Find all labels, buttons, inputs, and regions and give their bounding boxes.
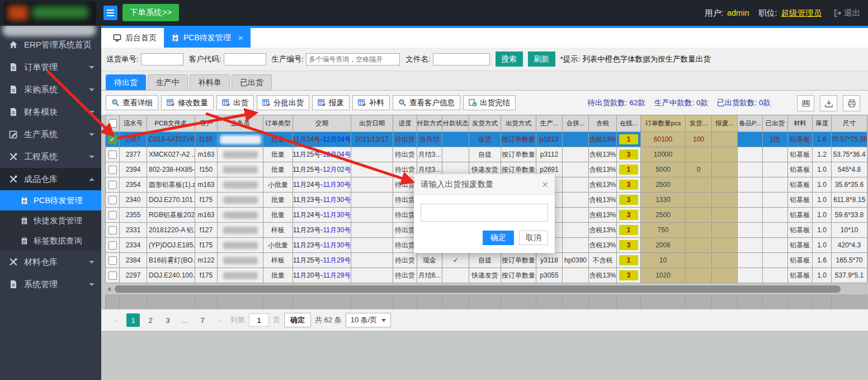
tab-后台首页[interactable]: 后台首页 [106, 28, 164, 48]
tab-PCB待发管理[interactable]: PCB待发管理× [164, 28, 251, 48]
page-button-7[interactable]: 7 [196, 313, 209, 327]
horizontal-scrollbar-thumb[interactable] [115, 285, 841, 293]
toolbar-button-补料[interactable]: 补料 [352, 95, 390, 110]
status-tab-待出货[interactable]: 待出货 [106, 74, 146, 90]
search-button[interactable]: 搜索 [496, 51, 523, 67]
table-row[interactable]: 2297DOJ.E240.100...f175批量11月20号-11月29号待出… [106, 268, 867, 283]
toolbar-button-查看详细[interactable]: 查看详细 [106, 95, 158, 110]
status-tab-补料单[interactable]: 补料单 [190, 74, 230, 90]
page-size-select[interactable]: 10 条/页 [346, 313, 391, 327]
toolbar-button-报废[interactable]: 报废 [312, 95, 350, 110]
sidebar-item-工程系统[interactable]: 工程系统 [0, 146, 101, 168]
delivery-no-input[interactable] [141, 53, 183, 65]
sidebar-subitem-PCB待发管理[interactable]: PCB待发管理 [0, 190, 101, 210]
column-header-尺寸[interactable]: 尺寸 [832, 115, 867, 132]
cell-材料: 铝基板 [788, 238, 813, 253]
column-header-PCB文件名[interactable]: PCB文件名 [147, 115, 195, 132]
column-header-生产...[interactable]: 生产... [536, 115, 563, 132]
column-header-交期[interactable]: 交期 [293, 115, 351, 132]
file-name-input[interactable] [433, 53, 490, 65]
column-header-出货方式[interactable]: 出货方式 [501, 115, 536, 132]
row-checkbox[interactable] [108, 181, 117, 189]
status-tab-生产中[interactable]: 生产中 [148, 74, 188, 90]
printer-button[interactable] [843, 95, 860, 111]
row-checkbox[interactable] [108, 196, 117, 204]
scroll-left-button[interactable] [105, 285, 113, 293]
table-row[interactable]: ✓2367C818-4AT02V0...f135批量11月24号-12月04号2… [106, 132, 867, 147]
column-header-在线...[interactable]: 在线... [617, 115, 641, 132]
sidebar-item-财务模块[interactable]: 财务模块 [0, 101, 101, 123]
row-checkbox[interactable] [108, 211, 117, 219]
column-header-报废...[interactable]: 报废... [712, 115, 738, 132]
row-checkbox[interactable] [108, 226, 117, 234]
column-header-付款方式[interactable]: 付款方式 [417, 115, 442, 132]
sidebar-item-生产系统[interactable]: 生产系统 [0, 123, 101, 146]
sidebar-item-材料仓库[interactable]: 材料仓库 [0, 251, 101, 273]
tab-close-icon[interactable]: × [238, 34, 243, 42]
table-row[interactable]: 2377XMCK027-A2 ...m163批量11月25号-12月04号待出货… [106, 147, 867, 162]
next-page-button[interactable]: › [213, 313, 227, 327]
column-header-发货...[interactable]: 发货... [686, 115, 712, 132]
sidebar-subitem-标签数据查询[interactable]: 标签数据查询 [0, 231, 101, 251]
cell-流水号: 2354 [120, 177, 147, 193]
production-no-input[interactable] [306, 53, 400, 65]
order-system-button[interactable]: 下单系统>> [122, 4, 179, 21]
row-checkbox[interactable] [108, 241, 117, 250]
magnifier-icon [398, 98, 407, 107]
cell-付款状态: ✓ [442, 253, 469, 268]
refresh-button[interactable]: 刷新 [528, 51, 555, 67]
column-header-已出货[interactable]: 已出货 [763, 115, 788, 132]
sidebar-subitem-快捷发货管理[interactable]: 快捷发货管理 [0, 210, 101, 231]
sidebar-item-成品仓库[interactable]: 成品仓库 [0, 168, 101, 190]
column-header-发货方式[interactable]: 发货方式 [469, 115, 501, 132]
goto-page-input[interactable] [249, 313, 269, 327]
row-checkbox[interactable]: ✓ [107, 134, 117, 144]
export-button[interactable] [820, 95, 837, 111]
toolbar-button-分批出货[interactable]: 分批出货 [257, 95, 309, 110]
menu-toggle-button[interactable] [103, 6, 117, 20]
select-all-checkbox[interactable] [108, 119, 117, 128]
goto-confirm-button[interactable]: 确定 [284, 313, 311, 327]
sidebar-item-系统管理[interactable]: 系统管理 [0, 273, 101, 295]
scrap-quantity-input[interactable] [421, 204, 548, 222]
row-checkbox[interactable] [108, 256, 117, 265]
toolbar-button-出货完结[interactable]: 出货完结 [463, 95, 516, 110]
column-header-订单类型[interactable]: 订单类型 [263, 115, 293, 132]
horizontal-scrollbar[interactable] [105, 285, 867, 293]
toolbar-button-查看客户信息[interactable]: 查看客户信息 [393, 95, 460, 110]
row-checkbox[interactable] [108, 271, 117, 280]
column-header-合拼...[interactable]: 合拼... [563, 115, 589, 132]
column-header-流水号[interactable]: 流水号 [120, 115, 147, 132]
column-header-备品P...[interactable]: 备品P... [738, 115, 763, 132]
row-checkbox[interactable] [108, 166, 117, 174]
column-header-订单数量pcs[interactable]: 订单数量pcs [641, 115, 686, 132]
column-header-厚度[interactable]: 厚度 [813, 115, 832, 132]
toolbar-button-修改数量[interactable]: 修改数量 [161, 95, 214, 110]
column-header-含税[interactable]: 含税 [589, 115, 617, 132]
column-header-客户[interactable]: 客户 [195, 115, 218, 132]
toolbar-button-出货[interactable]: 出货 [216, 95, 254, 110]
table-row[interactable]: 2384B16前雾灯(BO...m122样板11月25号-11月29号待出货现金… [106, 253, 867, 268]
dialog-cancel-button[interactable]: 取消 [519, 231, 548, 245]
columns-button[interactable] [797, 95, 814, 111]
dialog-body [414, 195, 555, 226]
sidebar-item-采购系统[interactable]: 采购系统 [0, 78, 101, 101]
row-checkbox[interactable] [108, 151, 117, 159]
page-button-2[interactable]: 2 [144, 313, 157, 327]
column-header-付款状态[interactable]: 付款状态 [442, 115, 469, 132]
page-button-3[interactable]: 3 [161, 313, 174, 327]
sidebar-item-ERP管理系统首页[interactable]: ERP管理系统首页 [0, 34, 101, 56]
status-tab-已出货[interactable]: 已出货 [232, 74, 272, 90]
column-header-业务员[interactable]: 业务员 [218, 115, 263, 132]
page-button-1[interactable]: 1 [126, 313, 140, 327]
dialog-close-icon[interactable]: × [542, 179, 548, 190]
prev-page-button[interactable]: ‹ [109, 313, 122, 327]
sidebar-item-订单管理[interactable]: 订单管理 [0, 56, 101, 78]
customer-code-input[interactable] [224, 53, 266, 65]
column-header-出货日期[interactable]: 出货日期 [351, 115, 393, 132]
logout-button[interactable]: 退出 [833, 8, 860, 18]
column-header-进度[interactable]: 进度 [393, 115, 417, 132]
dialog-ok-button[interactable]: 确定 [483, 231, 514, 245]
column-header-checkbox[interactable] [106, 115, 120, 132]
column-header-材料[interactable]: 材料 [788, 115, 813, 132]
